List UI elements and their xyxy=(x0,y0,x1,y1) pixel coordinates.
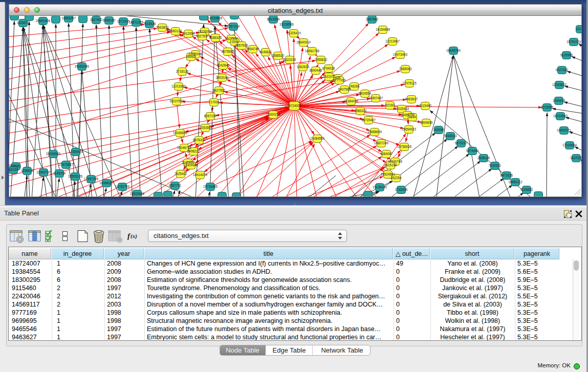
svg-text:1362615: 1362615 xyxy=(297,65,310,69)
svg-text:2987682: 2987682 xyxy=(366,17,379,21)
svg-text:23975867: 23975867 xyxy=(59,163,74,166)
svg-text:2935114: 2935114 xyxy=(477,156,490,160)
svg-text:9129966: 9129966 xyxy=(560,53,573,57)
svg-text:18524851: 18524851 xyxy=(381,172,396,176)
svg-text:15226058: 15226058 xyxy=(198,30,212,33)
svg-text:19166825: 19166825 xyxy=(173,131,188,135)
svg-text:6794028: 6794028 xyxy=(322,67,335,70)
svg-text:25300255: 25300255 xyxy=(266,113,281,116)
svg-text:10958117: 10958117 xyxy=(99,181,114,185)
svg-text:16154808: 16154808 xyxy=(376,28,390,31)
svg-text:16961758: 16961758 xyxy=(305,49,320,53)
svg-text:9463627: 9463627 xyxy=(405,97,418,101)
svg-text:12975115: 12975115 xyxy=(402,81,417,85)
svg-text:10688609: 10688609 xyxy=(367,130,382,134)
svg-text:20691406: 20691406 xyxy=(36,19,51,23)
svg-text:7955812: 7955812 xyxy=(315,58,328,61)
svg-text:9115460: 9115460 xyxy=(419,104,432,107)
svg-text:9660124: 9660124 xyxy=(169,29,182,33)
svg-text:12505135: 12505135 xyxy=(68,174,83,178)
svg-text:935051: 935051 xyxy=(10,164,21,168)
svg-text:21364436: 21364436 xyxy=(344,99,359,103)
svg-text:18724007: 18724007 xyxy=(287,104,302,107)
svg-text:39159: 39159 xyxy=(9,168,18,171)
svg-text:8844: 8844 xyxy=(409,115,417,119)
svg-text:5322035: 5322035 xyxy=(284,58,296,61)
svg-text:16210643: 16210643 xyxy=(553,114,568,118)
svg-text:7357224: 7357224 xyxy=(227,25,240,28)
svg-text:15136141: 15136141 xyxy=(373,185,387,189)
svg-text:16648784: 16648784 xyxy=(446,49,461,52)
svg-text:16914479: 16914479 xyxy=(193,173,208,177)
svg-text:11171: 11171 xyxy=(576,27,582,31)
svg-text:7663822: 7663822 xyxy=(156,26,169,29)
svg-text:9227342: 9227342 xyxy=(556,68,569,72)
svg-text:16671355: 16671355 xyxy=(129,20,144,24)
svg-text:1621072: 1621072 xyxy=(323,75,336,78)
svg-text:12942737: 12942737 xyxy=(36,170,51,174)
svg-text:1145154: 1145154 xyxy=(53,171,66,175)
svg-text:1588520: 1588520 xyxy=(272,54,285,57)
svg-text:12093822: 12093822 xyxy=(552,83,567,86)
svg-text:1156819: 1156819 xyxy=(21,169,34,172)
svg-text:8186325: 8186325 xyxy=(209,36,222,39)
svg-text:7485063: 7485063 xyxy=(399,67,412,71)
svg-text:16107553: 16107553 xyxy=(169,99,184,103)
svg-text:6497568: 6497568 xyxy=(338,87,351,91)
svg-text:9245652: 9245652 xyxy=(520,188,533,191)
svg-text:18807249: 18807249 xyxy=(374,141,389,145)
svg-text:19654923: 19654923 xyxy=(402,127,417,131)
svg-text:9899695: 9899695 xyxy=(420,121,433,124)
svg-text:2718126: 2718126 xyxy=(176,70,189,73)
svg-text:8813054: 8813054 xyxy=(267,17,280,21)
svg-text:10853257: 10853257 xyxy=(61,16,76,20)
svg-text:8454749: 8454749 xyxy=(247,47,259,51)
svg-text:15716485: 15716485 xyxy=(203,185,218,188)
svg-text:8878334: 8878334 xyxy=(193,138,206,142)
svg-text:2867608: 2867608 xyxy=(235,43,248,47)
svg-text:15751074: 15751074 xyxy=(567,40,581,43)
svg-text:1405572: 1405572 xyxy=(17,21,30,25)
svg-text:9242848: 9242848 xyxy=(217,63,230,67)
svg-text:8990448: 8990448 xyxy=(310,69,322,72)
svg-text:62160: 62160 xyxy=(385,103,395,107)
svg-text:20206565: 20206565 xyxy=(46,152,61,156)
svg-text:26053346: 26053346 xyxy=(75,64,90,68)
svg-text:9777169: 9777169 xyxy=(333,78,346,82)
svg-text:717006: 717006 xyxy=(208,100,220,104)
svg-text:17016504: 17016504 xyxy=(562,143,577,147)
svg-text:17359924: 17359924 xyxy=(69,150,83,154)
svg-text:15720407: 15720407 xyxy=(361,118,376,122)
svg-text:10807487: 10807487 xyxy=(368,96,383,100)
svg-text:11409948: 11409948 xyxy=(184,163,198,167)
svg-text:10120746: 10120746 xyxy=(388,160,403,163)
svg-text:1527602: 1527602 xyxy=(90,18,103,21)
svg-text:9327500: 9327500 xyxy=(196,34,209,38)
svg-text:164095: 164095 xyxy=(433,128,444,132)
svg-text:1071915: 1071915 xyxy=(117,19,130,23)
svg-text:12923468: 12923468 xyxy=(130,192,145,195)
svg-text:6879197: 6879197 xyxy=(455,141,468,145)
svg-text:8215955: 8215955 xyxy=(541,105,554,109)
svg-text:7515526: 7515526 xyxy=(143,22,156,26)
svg-text:10033809: 10033809 xyxy=(208,16,223,20)
svg-text:11325419: 11325419 xyxy=(287,31,301,35)
svg-text:3824554: 3824554 xyxy=(359,92,372,95)
svg-text:1546: 1546 xyxy=(231,40,239,43)
svg-text:9146821: 9146821 xyxy=(259,50,272,54)
svg-text:3675685: 3675685 xyxy=(222,50,234,53)
svg-text:9474444: 9474444 xyxy=(466,149,479,152)
svg-text:6466160: 6466160 xyxy=(103,18,116,22)
svg-text:1615152: 1615152 xyxy=(384,163,397,167)
svg-text:9084067: 9084067 xyxy=(380,152,393,156)
svg-text:1244419: 1244419 xyxy=(553,99,565,102)
svg-text:19384554: 19384554 xyxy=(310,137,325,140)
svg-text:19692971: 19692971 xyxy=(557,128,572,132)
svg-text:19756928: 19756928 xyxy=(397,145,412,148)
svg-text:10654112: 10654112 xyxy=(508,180,522,184)
svg-text:7625402: 7625402 xyxy=(175,172,187,176)
svg-text:7632621: 7632621 xyxy=(489,164,502,167)
svg-text:98965: 98965 xyxy=(186,55,195,58)
svg-text:18640910: 18640910 xyxy=(296,40,311,44)
svg-text:2803144: 2803144 xyxy=(216,76,229,79)
